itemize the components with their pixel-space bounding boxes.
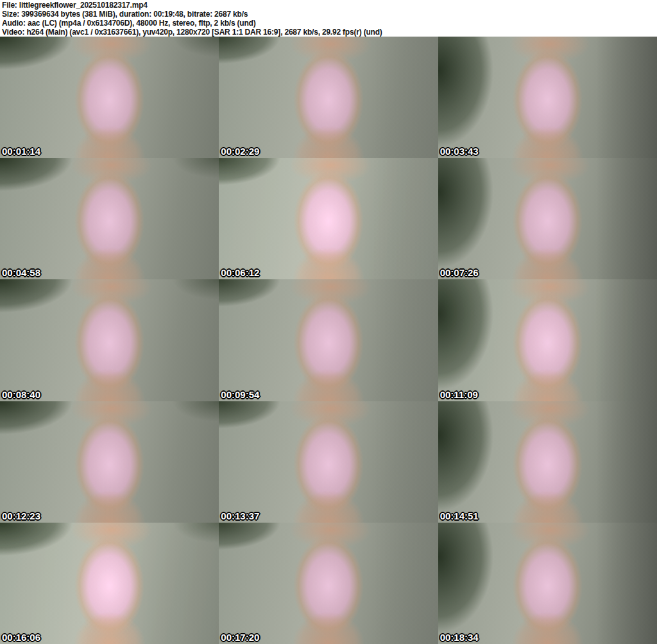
video-thumbnail: 00:07:26 [438, 158, 657, 279]
video-thumbnail: 00:12:23 [0, 401, 219, 523]
thumbnail-placeholder [438, 158, 657, 279]
video-thumbnail: 00:08:40 [0, 279, 219, 401]
timestamp-overlay: 00:02:29 [221, 146, 259, 157]
timestamp-overlay: 00:12:23 [2, 510, 40, 522]
video-thumbnail: 00:06:12 [219, 158, 438, 279]
thumbnail-placeholder [0, 401, 219, 523]
thumbnail-placeholder [438, 401, 657, 523]
metadata-line-audio: Audio: aac (LC) (mp4a / 0x6134706D), 480… [2, 19, 655, 28]
timestamp-overlay: 00:01:14 [2, 146, 40, 157]
timestamp-overlay: 00:07:26 [440, 267, 479, 279]
thumbnail-placeholder [219, 401, 438, 523]
video-thumbnail: 00:04:58 [0, 158, 219, 279]
thumbnail-grid: 00:01:14 00:02:29 00:03:43 00:04:58 00:0… [0, 37, 657, 644]
video-thumbnail: 00:18:34 [438, 523, 657, 644]
thumbnail-placeholder [0, 523, 219, 644]
thumbnail-placeholder [219, 37, 438, 158]
timestamp-overlay: 00:04:58 [2, 267, 40, 279]
video-thumbnail: 00:16:06 [0, 523, 219, 644]
thumbnail-placeholder [438, 37, 657, 158]
metadata-header: File: littlegreekflower_202510182317.mp4… [0, 0, 657, 37]
video-thumbnail: 00:03:43 [438, 37, 657, 158]
thumbnail-placeholder [219, 279, 438, 401]
video-thumbnail: 00:17:20 [219, 523, 438, 644]
thumbnail-placeholder [438, 279, 657, 401]
video-thumbnail: 00:11:09 [438, 279, 657, 401]
video-thumbnail: 00:01:14 [0, 37, 219, 158]
timestamp-overlay: 00:03:43 [440, 146, 479, 157]
timestamp-overlay: 00:16:06 [2, 632, 40, 643]
video-thumbnail: 00:09:54 [219, 279, 438, 401]
thumbnail-placeholder [219, 158, 438, 279]
timestamp-overlay: 00:18:34 [440, 632, 479, 643]
timestamp-overlay: 00:11:09 [440, 389, 478, 401]
video-thumbnail: 00:02:29 [219, 37, 438, 158]
metadata-line-file: File: littlegreekflower_202510182317.mp4 [2, 1, 655, 10]
thumbnail-placeholder [219, 523, 438, 644]
timestamp-overlay: 00:17:20 [221, 632, 259, 643]
timestamp-overlay: 00:09:54 [221, 389, 259, 401]
timestamp-overlay: 00:06:12 [221, 267, 259, 279]
thumbnail-placeholder [438, 523, 657, 644]
video-thumbnail: 00:13:37 [219, 401, 438, 523]
metadata-line-video: Video: h264 (Main) (avc1 / 0x31637661), … [2, 28, 655, 37]
metadata-line-size: Size: 399369634 bytes (381 MiB), duratio… [2, 10, 655, 19]
thumbnail-placeholder [0, 279, 219, 401]
thumbnail-placeholder [0, 37, 219, 158]
timestamp-overlay: 00:08:40 [2, 389, 40, 401]
video-thumbnail: 00:14:51 [438, 401, 657, 523]
timestamp-overlay: 00:14:51 [440, 510, 479, 522]
timestamp-overlay: 00:13:37 [221, 510, 259, 522]
thumbnail-placeholder [0, 158, 219, 279]
